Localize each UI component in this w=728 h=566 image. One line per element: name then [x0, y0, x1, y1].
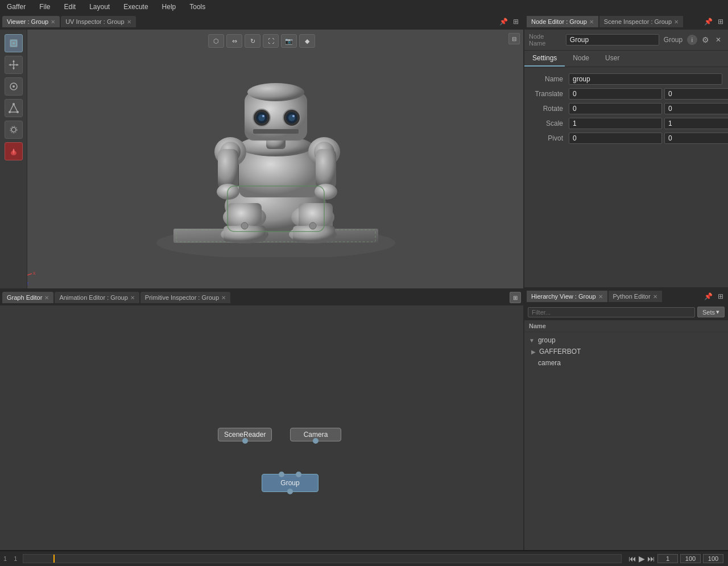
node-editor-layout-icon[interactable]: ⊞ — [715, 16, 726, 27]
prop-scale-y[interactable] — [664, 118, 728, 129]
svg-point-32 — [309, 222, 316, 229]
node-name-bar: Node Name Group i ⚙ ✕ — [524, 30, 728, 51]
close-hierarchy-view[interactable]: ✕ — [598, 294, 603, 300]
prop-pivot-y[interactable] — [664, 133, 728, 144]
prop-scale-inputs — [569, 118, 728, 129]
sets-button[interactable]: Sets ▾ — [697, 307, 725, 317]
close-uv-inspector[interactable]: ✕ — [127, 19, 131, 25]
menu-layout[interactable]: Layout — [87, 2, 112, 12]
close-scene-inspector[interactable]: ✕ — [674, 19, 679, 25]
svg-point-13 — [16, 111, 19, 113]
prop-rotate-x[interactable] — [569, 103, 662, 114]
graph-layout-btn[interactable]: ⊞ — [510, 292, 521, 303]
group-input-dot2[interactable] — [296, 472, 301, 477]
node-camera[interactable]: Camera — [290, 428, 341, 441]
graph-canvas[interactable]: SceneReader Camera Group — [0, 305, 523, 550]
scenereader-output-dot[interactable] — [242, 438, 248, 444]
hierarchy-layout-icon[interactable]: ⊞ — [715, 291, 726, 301]
viewer-layout-icon[interactable]: ⊞ — [511, 16, 521, 27]
timeline-controls: ⏮ ▶ ⏭ — [624, 554, 728, 563]
timeline-end-input[interactable] — [703, 554, 723, 563]
tab-node[interactable]: Node — [565, 51, 597, 67]
node-scenereader[interactable]: SceneReader — [218, 428, 272, 441]
group-output-dot[interactable] — [287, 489, 293, 494]
prop-rotate-y[interactable] — [664, 103, 728, 114]
timeline-end-start-input[interactable] — [680, 554, 701, 563]
node-settings-btn[interactable]: ⚙ — [702, 35, 709, 44]
close-node-editor[interactable]: ✕ — [589, 19, 594, 25]
hierarchy-pin-icon[interactable]: 📌 — [703, 291, 713, 301]
timeline-play-btn[interactable]: ▶ — [639, 554, 645, 563]
timeline-next-btn[interactable]: ⏭ — [647, 554, 655, 563]
tool-settings[interactable] — [5, 121, 23, 139]
expand-arrow-gafferbot[interactable]: ▶ — [531, 349, 536, 355]
svg-point-45 — [247, 83, 304, 101]
close-viewer-group[interactable]: ✕ — [51, 19, 55, 25]
ctrl-camera[interactable]: 📷 — [281, 34, 297, 48]
menu-gaffer[interactable]: Gaffer — [5, 2, 28, 12]
prop-pivot-x[interactable] — [569, 133, 662, 144]
hierarchy-filter-input[interactable] — [528, 307, 695, 317]
prop-rotate-row: Rotate — [524, 101, 728, 116]
robot-viewport[interactable] — [0, 30, 523, 288]
ctrl-rotate[interactable]: ↻ — [245, 34, 260, 48]
node-editor-pin-icon[interactable]: 📌 — [703, 16, 713, 27]
prop-translate-y[interactable] — [664, 88, 728, 100]
ctrl-cube[interactable]: ⬡ — [208, 34, 224, 48]
prop-name-input[interactable] — [569, 73, 722, 85]
ctrl-scale[interactable]: ⛶ — [263, 34, 279, 48]
svg-marker-5 — [13, 60, 15, 62]
close-primitive-inspector[interactable]: ✕ — [221, 295, 226, 301]
camera-output-dot[interactable] — [313, 438, 318, 444]
tab-scene-inspector[interactable]: Scene Inspector : Group ✕ — [599, 16, 683, 27]
prop-scale-x[interactable] — [569, 118, 662, 129]
svg-rect-39 — [218, 149, 238, 189]
svg-point-10 — [13, 85, 15, 88]
tool-edit[interactable] — [5, 99, 23, 117]
prop-translate-row: Translate — [524, 86, 728, 101]
close-python-editor[interactable]: ✕ — [653, 294, 657, 300]
timeline-scrubber[interactable] — [23, 554, 622, 563]
hierarchy-item-gafferbot[interactable]: ▶ GAFFERBOT — [524, 346, 728, 357]
menu-tools[interactable]: Tools — [187, 2, 208, 12]
ctrl-move[interactable]: ⇔ — [226, 34, 242, 48]
expand-arrow-group[interactable]: ▼ — [529, 337, 535, 344]
tool-fire[interactable] — [5, 142, 23, 160]
tab-graph-editor[interactable]: Graph Editor ✕ — [2, 292, 53, 303]
prop-translate-x[interactable] — [569, 88, 662, 100]
close-graph-editor[interactable]: ✕ — [44, 295, 49, 301]
tab-primitive-inspector[interactable]: Primitive Inspector : Group ✕ — [140, 292, 230, 303]
node-info-btn[interactable]: i — [687, 35, 697, 45]
tab-python-editor[interactable]: Python Editor ✕ — [609, 291, 662, 302]
tab-viewer-group[interactable]: Viewer : Group ✕ — [2, 16, 60, 27]
close-animation-editor[interactable]: ✕ — [130, 295, 135, 301]
tab-user[interactable]: User — [597, 51, 627, 67]
viewer-pin-icon[interactable]: 📌 — [498, 16, 508, 27]
tool-paint[interactable] — [5, 77, 23, 96]
tab-hierarchy-view[interactable]: Hierarchy View : Group ✕ — [527, 291, 607, 302]
menu-file[interactable]: File — [37, 2, 52, 12]
timeline-cursor[interactable] — [53, 555, 55, 563]
tool-move[interactable] — [5, 56, 23, 74]
viewport-maximize-btn[interactable]: ⊟ — [508, 33, 520, 44]
viewport-3d[interactable]: ⬡ ⇔ ↻ ⛶ 📷 ◆ ⊟ — [0, 30, 523, 288]
tool-select[interactable] — [5, 34, 23, 52]
node-name-input[interactable] — [566, 34, 659, 46]
node-close-btn[interactable]: ✕ — [714, 35, 723, 45]
node-group[interactable]: Group — [262, 474, 318, 492]
tab-animation-editor[interactable]: Animation Editor : Group ✕ — [55, 292, 139, 303]
menu-help[interactable]: Help — [160, 2, 179, 12]
tab-node-editor[interactable]: Node Editor : Group ✕ — [527, 16, 598, 27]
menu-edit[interactable]: Edit — [61, 2, 78, 12]
svg-rect-41 — [316, 149, 336, 189]
group-input-dot1[interactable] — [279, 472, 284, 477]
tab-uv-inspector[interactable]: UV Inspector : Group ✕ — [61, 16, 135, 27]
menu-execute[interactable]: Execute — [121, 2, 150, 12]
timeline-prev-btn[interactable]: ⏮ — [628, 554, 636, 563]
hierarchy-item-group[interactable]: ▼ group — [524, 334, 728, 346]
tab-settings[interactable]: Settings — [524, 51, 565, 67]
timeline-frame-input[interactable] — [657, 554, 678, 563]
ctrl-diamond[interactable]: ◆ — [299, 34, 315, 48]
hierarchy-item-camera[interactable]: camera — [524, 357, 728, 369]
svg-text:x: x — [33, 270, 36, 276]
